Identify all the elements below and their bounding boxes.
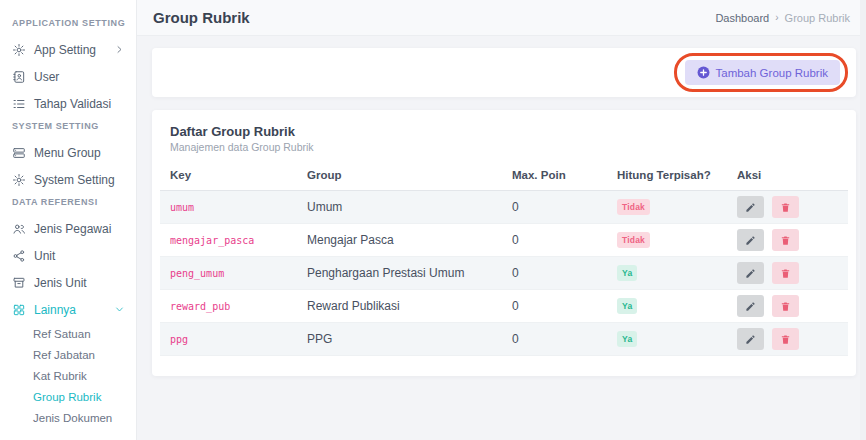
sidebar-item-label: Jenis Pegawai xyxy=(34,222,111,236)
pencil-icon xyxy=(745,235,756,246)
trash-icon xyxy=(780,235,791,246)
row-group: PPG xyxy=(297,323,502,356)
sidebar-subitem-ref-jabatan[interactable]: Ref Jabatan xyxy=(0,344,136,365)
trash-icon xyxy=(780,301,791,312)
trash-icon xyxy=(780,202,791,213)
status-badge: Ya xyxy=(617,298,637,314)
edit-button[interactable] xyxy=(737,229,764,251)
add-button-wrapper: Tambah Group Rubrik xyxy=(685,60,841,85)
sidebar-subitem-kat-rubrik[interactable]: Kat Rubrik xyxy=(0,365,136,386)
row-group: Penghargaan Prestasi Umum xyxy=(297,257,502,290)
row-key: umum xyxy=(170,202,194,213)
delete-button[interactable] xyxy=(772,295,799,317)
sidebar-item-app-setting[interactable]: App Setting xyxy=(0,36,136,63)
main-area: Group Rubrik Dashboard › Group Rubrik Ta… xyxy=(137,0,866,440)
page-title: Group Rubrik xyxy=(153,9,250,26)
row-key: mengajar_pasca xyxy=(170,235,254,246)
tambah-group-rubrik-button[interactable]: Tambah Group Rubrik xyxy=(685,60,841,85)
sidebar-subitem-group-rubrik[interactable]: Group Rubrik xyxy=(0,386,136,407)
sidebar-item-label: Jenis Unit xyxy=(34,276,87,290)
status-badge: Tidak xyxy=(617,232,650,248)
row-key: ppg xyxy=(170,334,188,345)
sidebar-subitem-jenis-dokumen[interactable]: Jenis Dokumen xyxy=(0,407,136,428)
col-header-hitung-terpisah: Hitung Terpisah? xyxy=(607,163,727,191)
trash-icon xyxy=(780,268,791,279)
edit-button[interactable] xyxy=(737,328,764,350)
row-group: Umum xyxy=(297,191,502,224)
gear-icon xyxy=(12,43,27,57)
section-label-system-setting: SYSTEM SETTING xyxy=(0,120,136,133)
sidebar-subitem-ref-satuan[interactable]: Ref Satuan xyxy=(0,323,136,344)
sidebar-item-label: Menu Group xyxy=(34,146,101,160)
delete-button[interactable] xyxy=(772,196,799,218)
pencil-icon xyxy=(745,334,756,345)
sidebar-item-label: System Setting xyxy=(34,173,115,187)
table-row: mengajar_pasca Mengajar Pasca 0 Tidak xyxy=(160,224,848,257)
sidebar-item-unit[interactable]: Unit xyxy=(0,242,136,269)
breadcrumb-dashboard-link[interactable]: Dashboard xyxy=(715,12,769,24)
topbar: Group Rubrik Dashboard › Group Rubrik xyxy=(137,0,866,36)
add-button-label: Tambah Group Rubrik xyxy=(716,67,829,79)
gear-outline-icon xyxy=(12,173,27,187)
sidebar-item-label: Lainnya xyxy=(34,303,76,317)
row-max-poin: 0 xyxy=(502,290,607,323)
trash-icon xyxy=(780,334,791,345)
edit-button[interactable] xyxy=(737,262,764,284)
edit-button[interactable] xyxy=(737,196,764,218)
delete-button[interactable] xyxy=(772,229,799,251)
sidebar: APPLICATION SETTING App Setting User Tah… xyxy=(0,0,137,440)
edit-button[interactable] xyxy=(737,295,764,317)
card-title: Daftar Group Rubrik xyxy=(170,124,846,139)
table-row: ppg PPG 0 Ya xyxy=(160,323,848,356)
toolbar-card: Tambah Group Rubrik xyxy=(152,48,856,97)
list-icon xyxy=(12,97,27,111)
status-badge: Tidak xyxy=(617,199,650,215)
group-rubrik-table: Key Group Max. Poin Hitung Terpisah? Aks… xyxy=(160,163,848,356)
col-header-aksi: Aksi xyxy=(727,163,848,191)
sidebar-item-label: App Setting xyxy=(34,43,96,57)
sidebar-item-label: Tahap Validasi xyxy=(34,97,111,111)
breadcrumb-separator: › xyxy=(775,12,778,23)
card-subtitle: Manajemen data Group Rubrik xyxy=(170,141,848,153)
archive-box-icon xyxy=(12,276,27,290)
share-nodes-icon xyxy=(12,249,27,263)
section-label-data-referensi: DATA REFERENSI xyxy=(0,196,136,209)
sidebar-item-user[interactable]: User xyxy=(0,63,136,90)
row-group: Reward Publikasi xyxy=(297,290,502,323)
chevron-down-icon xyxy=(115,305,124,314)
pencil-icon xyxy=(745,268,756,279)
server-rows-icon xyxy=(12,146,27,160)
delete-button[interactable] xyxy=(772,328,799,350)
section-label-application-setting: APPLICATION SETTING xyxy=(0,17,136,30)
row-key: reward_pub xyxy=(170,301,230,312)
sidebar-item-menu-group[interactable]: Menu Group xyxy=(0,139,136,166)
pencil-icon xyxy=(745,301,756,312)
sidebar-item-system-setting[interactable]: System Setting xyxy=(0,166,136,193)
sidebar-item-label: User xyxy=(34,70,59,84)
table-row: peng_umum Penghargaan Prestasi Umum 0 Ya xyxy=(160,257,848,290)
status-badge: Ya xyxy=(617,331,637,347)
row-max-poin: 0 xyxy=(502,257,607,290)
breadcrumb: Dashboard › Group Rubrik xyxy=(715,12,850,24)
row-max-poin: 0 xyxy=(502,224,607,257)
row-max-poin: 0 xyxy=(502,191,607,224)
table-header-row: Key Group Max. Poin Hitung Terpisah? Aks… xyxy=(160,163,848,191)
table-row: umum Umum 0 Tidak xyxy=(160,191,848,224)
vertical-scrollbar[interactable] xyxy=(860,0,866,440)
row-max-poin: 0 xyxy=(502,323,607,356)
plus-circle-icon xyxy=(697,66,710,79)
group-rubrik-card: Daftar Group Rubrik Manajemen data Group… xyxy=(152,110,856,376)
col-header-key: Key xyxy=(160,163,297,191)
chevron-right-icon xyxy=(115,45,124,54)
sidebar-item-tahap-validasi[interactable]: Tahap Validasi xyxy=(0,90,136,117)
table-row: reward_pub Reward Publikasi 0 Ya xyxy=(160,290,848,323)
sidebar-item-lainnya[interactable]: Lainnya xyxy=(0,296,136,323)
delete-button[interactable] xyxy=(772,262,799,284)
sidebar-item-label: Unit xyxy=(34,249,55,263)
breadcrumb-current: Group Rubrik xyxy=(785,12,850,24)
address-book-icon xyxy=(12,70,27,84)
sidebar-item-jenis-unit[interactable]: Jenis Unit xyxy=(0,269,136,296)
app-window: APPLICATION SETTING App Setting User Tah… xyxy=(0,0,866,440)
col-header-group: Group xyxy=(297,163,502,191)
sidebar-item-jenis-pegawai[interactable]: Jenis Pegawai xyxy=(0,215,136,242)
